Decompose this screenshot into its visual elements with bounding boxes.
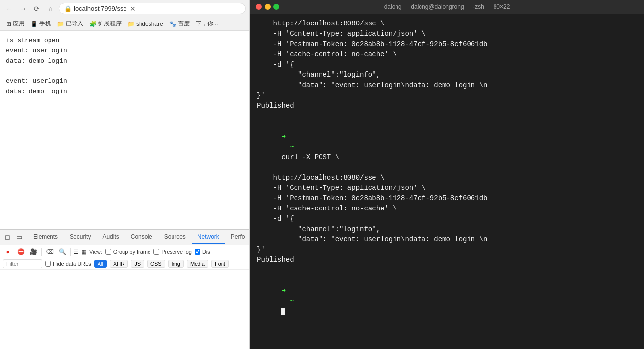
term-line-9: http://localhost:8080/sse \ <box>257 173 637 183</box>
traffic-lights <box>256 4 279 10</box>
term-line-2: -H 'Content-Type: application/json' \ <box>257 29 637 39</box>
prompt-tilde-2: ~ <box>281 297 302 305</box>
terminal-panel: dalong — dalong@dalongrong — -zsh — 80×2… <box>250 0 644 349</box>
close-button[interactable] <box>256 4 262 10</box>
view-grid-icon: ▦ <box>81 249 86 255</box>
page-line-5: event: userlogin <box>6 76 244 87</box>
term-line-8: }' <box>257 91 637 101</box>
home-button[interactable]: ⌂ <box>45 3 56 14</box>
minimize-button[interactable] <box>265 4 271 10</box>
term-line-16: }' <box>257 245 637 255</box>
hide-data-urls-label[interactable]: Hide data URLs <box>45 261 91 267</box>
term-cmd: curl -X POST \ <box>281 153 339 161</box>
terminal-cursor <box>281 308 285 315</box>
prompt-tilde: ~ <box>281 143 302 151</box>
address-bar[interactable]: 🔒 localhost:7999/sse ✕ <box>59 3 246 14</box>
clear-button[interactable]: ⛔ <box>16 247 25 256</box>
tab-security[interactable]: Security <box>64 231 97 244</box>
folder2-icon: 📁 <box>127 21 135 27</box>
filter-icon[interactable]: ⌫ <box>45 247 54 256</box>
filter-js-tag[interactable]: JS <box>131 260 144 268</box>
back-button[interactable]: ← <box>4 3 15 14</box>
url-text: localhost:7999/sse <box>74 5 127 12</box>
term-line-3: -H 'Postman-Token: 0c28ab8b-1128-47cf-92… <box>257 39 637 49</box>
bookmark-apps[interactable]: ⊞ 应用 <box>4 19 27 29</box>
group-by-frame-label[interactable]: Group by frame <box>105 249 150 255</box>
term-line-7: "data": "event: userlogin\ndata: demo lo… <box>257 80 637 91</box>
record-button[interactable]: ● <box>3 247 13 256</box>
forward-button[interactable]: → <box>18 3 28 14</box>
filter-input[interactable] <box>3 259 42 268</box>
lock-icon: 🔒 <box>64 5 72 12</box>
phone-icon: 📱 <box>30 21 38 27</box>
bookmarks-bar: ⊞ 应用 📱 手机 📁 已导入 🧩 扩展程序 📁 slideshare 🐾 <box>0 17 249 30</box>
term-line-10: -H 'Content-Type: application/json' \ <box>257 183 637 193</box>
devtools-filter: Hide data URLs All XHR JS CSS Img Media … <box>0 258 249 270</box>
devtools-tabs: ◻ ▭ Elements Security Audits Console Sou… <box>0 230 249 245</box>
tab-console[interactable]: Console <box>125 231 158 244</box>
bookmark-extensions[interactable]: 🧩 扩展程序 <box>87 19 124 29</box>
reload-button[interactable]: ⟳ <box>31 3 42 14</box>
devtools-icons: ◻ ▭ <box>2 232 25 243</box>
term-line-15: "data": "event: userlogin\ndata: demo lo… <box>257 234 637 245</box>
term-line-1: http://localhost:8080/sse \ <box>257 19 637 29</box>
term-line-4: -H 'cache-control: no-cache' \ <box>257 49 637 60</box>
prompt-arrow-2: ➜ <box>281 287 285 295</box>
view-list-label[interactable]: ☰ <box>74 249 78 255</box>
bookmark-imported[interactable]: 📁 已导入 <box>54 19 86 29</box>
folder-icon: 📁 <box>57 21 64 27</box>
tab-elements[interactable]: Elements <box>27 231 64 244</box>
page-line-3: data: demo login <box>6 56 244 67</box>
tab-network[interactable]: Network <box>192 231 225 244</box>
filter-img-tag[interactable]: Img <box>168 260 184 268</box>
page-line-blank <box>6 66 244 76</box>
bookmark-slideshare[interactable]: 📁 slideshare <box>125 20 166 28</box>
filter-font-tag[interactable]: Font <box>211 260 229 268</box>
term-line-5: -d '{ <box>257 60 637 70</box>
devtools-toolbar: ● ⛔ 🎥 ⌫ 🔍 ☰ ▦ View: Group by frame Prese… <box>0 245 249 258</box>
tab-sources[interactable]: Sources <box>158 231 192 244</box>
separator2 <box>70 248 71 256</box>
disable-cache-checkbox[interactable] <box>195 249 200 255</box>
terminal-body[interactable]: http://localhost:8080/sse \ -H 'Content-… <box>250 14 644 349</box>
hide-data-urls-checkbox[interactable] <box>45 261 51 267</box>
separator1 <box>41 248 42 256</box>
filter-media-tag[interactable]: Media <box>187 260 208 268</box>
page-content: is stream open event: userlogin data: de… <box>0 31 249 229</box>
preserve-log-label[interactable]: Preserve log <box>153 249 192 255</box>
device-icon[interactable]: ▭ <box>14 232 25 243</box>
tab-performance[interactable]: Perfo <box>225 231 251 244</box>
filter-all-tag[interactable]: All <box>94 260 107 268</box>
devtools: ◻ ▭ Elements Security Audits Console Sou… <box>0 229 249 349</box>
maximize-button[interactable] <box>273 4 279 10</box>
bookmark-phone[interactable]: 📱 手机 <box>28 19 53 29</box>
camera-button[interactable]: 🎥 <box>28 247 38 256</box>
term-blank-2 <box>257 265 637 276</box>
bookmark-baidu[interactable]: 🐾 百度一下，你... <box>167 19 221 29</box>
page-line-6: data: demo login <box>6 87 244 97</box>
filter-css-tag[interactable]: CSS <box>147 260 165 268</box>
prompt-arrow: ➜ <box>281 133 285 140</box>
browser-panel: ← → ⟳ ⌂ 🔒 localhost:7999/sse ✕ ⊞ 应用 📱 手机… <box>0 0 250 349</box>
devtools-network-content <box>0 270 249 349</box>
preserve-log-checkbox[interactable] <box>153 249 159 255</box>
search-icon[interactable]: 🔍 <box>57 247 67 256</box>
term-line-published-1: Published <box>257 101 637 111</box>
browser-chrome: ← → ⟳ ⌂ 🔒 localhost:7999/sse ✕ ⊞ 应用 📱 手机… <box>0 0 249 31</box>
filter-xhr-tag[interactable]: XHR <box>110 260 128 268</box>
page-line-2: event: userlogin <box>6 46 244 56</box>
view-list-icon: ☰ <box>74 249 78 255</box>
nav-bar: ← → ⟳ ⌂ 🔒 localhost:7999/sse ✕ <box>0 0 249 17</box>
terminal-title: dalong — dalong@dalongrong — -zsh — 80×2… <box>384 3 510 10</box>
term-prompt-line: ➜ ~ curl -X POST \ <box>257 121 637 173</box>
loading-indicator: ✕ <box>129 5 136 12</box>
term-blank-1 <box>257 111 637 121</box>
terminal-titlebar: dalong — dalong@dalongrong — -zsh — 80×2… <box>250 0 644 14</box>
view-grid-label[interactable]: ▦ <box>81 249 86 255</box>
group-by-frame-checkbox[interactable] <box>105 249 111 255</box>
term-line-14: "channel":"loginfo", <box>257 224 637 234</box>
inspect-icon[interactable]: ◻ <box>2 232 13 243</box>
disable-cache-label[interactable]: Dis <box>195 249 210 255</box>
tab-audits[interactable]: Audits <box>97 231 124 244</box>
term-line-published-2: Published <box>257 255 637 265</box>
